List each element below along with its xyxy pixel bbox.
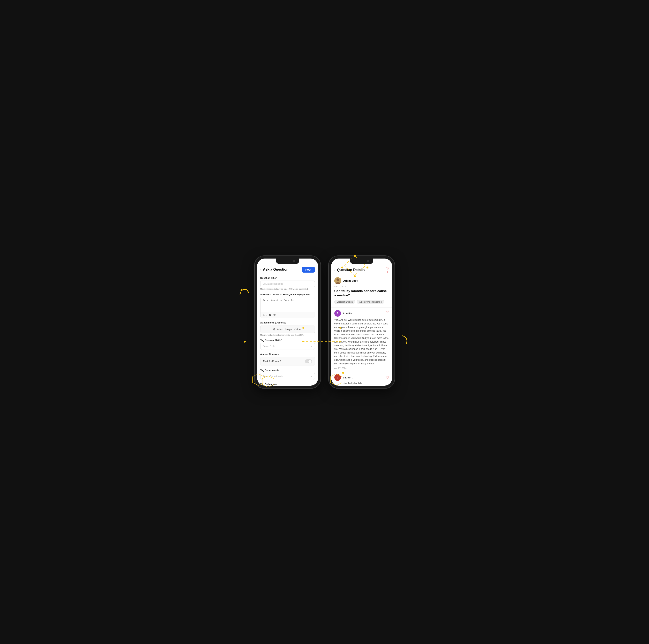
tag-automotive[interactable]: automotive engineering <box>357 300 384 304</box>
right-notch-dot <box>367 260 369 262</box>
answer-1-user-row: A Abedita. ♡ <box>334 310 389 317</box>
answer-1-text: Yes. And no. While it does detect o2 com… <box>334 318 389 365</box>
heart-icon: ♡ <box>386 267 389 271</box>
skills-placeholder: Select Skills <box>263 345 275 348</box>
detail-back-icon[interactable]: ‹ <box>334 268 336 272</box>
answer-1-block: A Abedita. ♡ Yes. And no. While it does … <box>331 308 392 372</box>
attachments-label: Attachments (Optional) <box>260 321 315 324</box>
text-toolbar: B I U </> <box>260 312 315 318</box>
answer-2-left: V Vikram . <box>334 374 353 381</box>
ask-title: Ask a Question <box>263 268 289 272</box>
detail-title: Question Details <box>337 268 365 272</box>
answer-2-text: How faulty lambda... <box>334 381 389 385</box>
heart-button[interactable]: ♡ 0 <box>386 267 389 273</box>
question-text: Can faulty lambda sensors cause a misfir… <box>334 289 389 298</box>
question-title-input[interactable]: Eg.Javascript Issue <box>260 281 315 287</box>
details-textarea[interactable] <box>260 297 315 311</box>
toggle-thumb <box>308 360 311 363</box>
answer-2-name: Vikram . <box>343 376 353 379</box>
back-arrow-icon[interactable]: ‹ <box>260 268 261 271</box>
deco-right-arrow <box>402 336 407 344</box>
colleagues-section: Tag Colleagues Select Users ▾ <box>257 382 318 386</box>
question-user-row: Adam Scott <box>334 277 389 284</box>
question-meta: Adam Scott Apr 27, 2024 Can faulty lambd… <box>331 275 392 308</box>
departments-label: Tag Departments <box>260 369 315 372</box>
left-notch <box>276 258 299 264</box>
question-title-label: Question Title* <box>260 277 315 279</box>
left-notch-dot <box>293 260 295 262</box>
post-button[interactable]: Post <box>302 267 315 273</box>
avatar-svg <box>334 277 341 284</box>
details-label: Add More Details to Your Question (Optio… <box>260 293 315 296</box>
attach-btn-label: Attach Image or Video <box>277 328 302 331</box>
answer-2-heart-icon[interactable]: ♡ <box>386 376 389 379</box>
right-notch <box>350 258 373 264</box>
tags-row: Electrical Design automotive engineering <box>334 300 389 304</box>
access-section: Access Controls Mark As Private ? <box>257 352 318 368</box>
heart-count: 0 <box>387 271 388 273</box>
access-label: Access Controls <box>260 353 315 356</box>
answer-2-block: V Vikram . ♡ How faulty lambda... <box>331 372 392 386</box>
scene: ‹ Ask a Question Post Question Title* Eg… <box>237 252 412 392</box>
underline-button[interactable]: U <box>269 314 271 316</box>
private-toggle[interactable] <box>305 359 312 363</box>
plus-circle-icon: ⊕ <box>273 327 275 331</box>
deco-line <box>240 289 242 295</box>
attachments-section: Attachments (Optional) ⊕ Attach Image or… <box>257 320 318 338</box>
question-date: Apr 27, 2024 <box>334 285 389 288</box>
departments-placeholder: Select Departments <box>263 375 283 378</box>
attach-hint: Maximum attachment size must be less tha… <box>260 334 315 336</box>
details-section: Add More Details to Your Question (Optio… <box>257 292 318 320</box>
right-phone: ‹ Question Details ♡ 0 <box>329 256 395 389</box>
answer-1-left: A Abedita. <box>334 310 353 317</box>
private-label: Mark As Private ? <box>263 360 282 363</box>
ask-header-left: ‹ Ask a Question <box>260 268 289 272</box>
svg-point-1 <box>337 278 339 281</box>
answer-1-date: Apr 27, 2024 <box>334 367 389 369</box>
ask-header: ‹ Ask a Question Post <box>257 265 318 274</box>
right-phone-screen: ‹ Question Details ♡ 0 <box>331 258 392 386</box>
detail-header-left: ‹ Question Details <box>334 268 365 272</box>
right-screen-scroll[interactable]: ‹ Question Details ♡ 0 <box>331 258 392 386</box>
left-phone: ‹ Ask a Question Post Question Title* Eg… <box>254 256 321 389</box>
tag-electrical[interactable]: Electrical Design <box>334 300 355 304</box>
private-toggle-row: Mark As Private ? <box>260 357 315 366</box>
left-screen-scroll[interactable]: ‹ Ask a Question Post Question Title* Eg… <box>257 258 318 386</box>
detail-header: ‹ Question Details ♡ 0 <box>331 265 392 275</box>
code-button[interactable]: </> <box>273 314 276 316</box>
question-user-name: Adam Scott <box>343 279 358 282</box>
question-title-hint: Make it specific but not too long. 2-10 … <box>260 288 315 290</box>
skills-chevron-icon: ▾ <box>311 345 312 348</box>
skills-section: Tag Relevent Skills* Select Skills ▾ <box>257 338 318 352</box>
attach-button[interactable]: ⊕ Attach Image or Video <box>260 325 315 333</box>
colleagues-label: Tag Colleagues <box>260 383 315 386</box>
answer-2-user-row: V Vikram . ♡ <box>334 374 389 381</box>
departments-dropdown[interactable]: Select Departments ▾ <box>260 373 315 380</box>
deco-swoosh <box>241 289 249 293</box>
question-title-section: Question Title* Eg.Javascript Issue Make… <box>257 274 318 292</box>
answer-2-avatar: V <box>334 374 341 381</box>
bold-button[interactable]: B <box>263 314 265 316</box>
left-phone-screen: ‹ Ask a Question Post Question Title* Eg… <box>257 258 318 386</box>
skills-label: Tag Relevent Skills* <box>260 339 315 341</box>
departments-section: Tag Departments Select Departments ▾ <box>257 368 318 382</box>
departments-chevron-icon: ▾ <box>311 375 312 378</box>
answer-1-name: Abedita. <box>343 312 353 315</box>
question-user-avatar <box>334 277 341 284</box>
italic-button[interactable]: I <box>266 314 267 316</box>
answer-1-avatar: A <box>334 310 341 317</box>
answer-1-heart-icon[interactable]: ♡ <box>386 310 389 314</box>
skills-dropdown[interactable]: Select Skills ▾ <box>260 343 315 350</box>
details-textarea-wrap: B I U </> <box>260 297 315 318</box>
deco-dot-5 <box>244 340 246 343</box>
